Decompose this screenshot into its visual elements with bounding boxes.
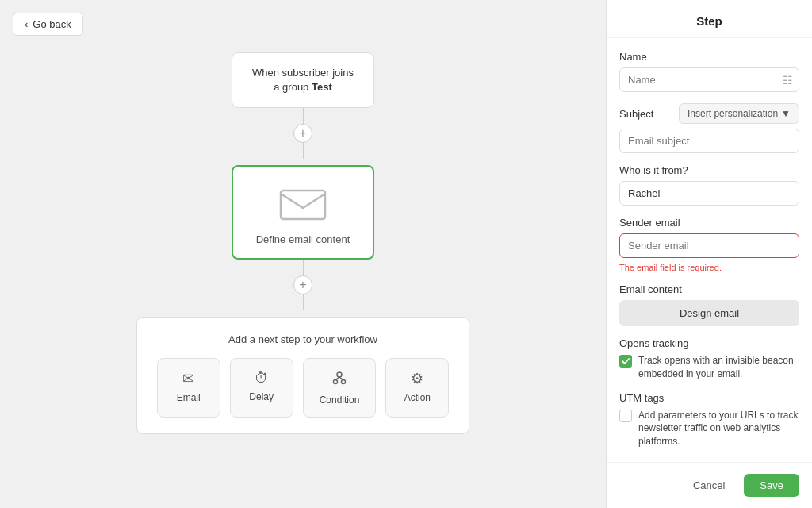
name-field-group: Name ☷	[619, 51, 799, 92]
utm-tags-checkbox-row: Add parameters to your URLs to track new…	[619, 409, 799, 448]
svg-point-2	[333, 380, 337, 384]
step-options-list: ✉ Email ⏱ Delay	[153, 358, 453, 418]
from-label: Who is it from?	[619, 164, 799, 176]
connector-line-1	[303, 108, 304, 124]
panel-content: Name ☷ Subject Insert personalization ▼ …	[607, 38, 812, 462]
utm-tags-checkbox[interactable]	[619, 410, 632, 422]
email-option-icon: ✉	[182, 370, 194, 387]
email-content-label: Email content	[619, 283, 799, 295]
utm-tags-group: UTM tags Add parameters to your URLs to …	[619, 392, 799, 448]
go-back-button[interactable]: ‹ Go back	[13, 13, 83, 36]
right-panel: Step Name ☷ Subject Insert personalizati…	[606, 0, 812, 508]
step-option-email[interactable]: ✉ Email	[157, 358, 220, 418]
panel-title: Step	[607, 0, 812, 38]
connector-line-4	[303, 294, 304, 310]
sender-email-error: The email field is required.	[619, 263, 799, 272]
go-back-label: Go back	[33, 18, 71, 30]
connector-line-3	[303, 260, 304, 275]
chevron-down-icon: ▼	[781, 108, 791, 119]
opens-tracking-group: Opens tracking Track opens with an invis…	[619, 337, 799, 381]
name-input[interactable]	[619, 67, 799, 92]
email-step-icon	[279, 186, 327, 224]
cancel-button[interactable]: Cancel	[682, 474, 736, 497]
opens-tracking-checkbox[interactable]	[619, 355, 632, 368]
email-content-field-group: Email content Design email	[619, 283, 799, 326]
connector-1: +	[293, 108, 312, 159]
from-input[interactable]	[619, 181, 799, 206]
sender-email-input[interactable]	[619, 233, 799, 258]
subject-field-group: Subject Insert personalization ▼	[619, 103, 799, 153]
email-step-box[interactable]: Define email content	[232, 165, 374, 260]
next-step-title: Add a next step to your workflow	[153, 333, 453, 345]
utm-tags-label: UTM tags	[619, 392, 799, 404]
condition-option-icon	[331, 370, 347, 390]
opens-tracking-label: Opens tracking	[619, 337, 799, 349]
trigger-group-name: Test	[312, 81, 332, 93]
name-input-wrapper: ☷	[619, 67, 799, 92]
subject-header-row: Subject Insert personalization ▼	[619, 103, 799, 124]
email-step-label: Define email content	[256, 233, 350, 245]
step-option-delay[interactable]: ⏱ Delay	[230, 358, 293, 418]
next-step-panel: Add a next step to your workflow ✉ Email…	[136, 317, 469, 434]
add-step-button-1[interactable]: +	[293, 124, 312, 143]
step-option-condition[interactable]: Condition	[303, 358, 377, 418]
name-label: Name	[619, 51, 799, 63]
save-button[interactable]: Save	[744, 474, 799, 497]
svg-point-1	[337, 372, 342, 377]
subject-label: Subject	[619, 108, 653, 120]
subject-input[interactable]	[619, 129, 799, 153]
svg-point-3	[341, 380, 345, 384]
workflow-flow: When subscriber joins a group Test + Def…	[136, 52, 469, 434]
opens-tracking-checkbox-label: Track opens with an invisible beacon emb…	[638, 354, 799, 381]
trigger-box: When subscriber joins a group Test	[232, 52, 374, 108]
utm-tags-checkbox-label: Add parameters to your URLs to track new…	[638, 409, 799, 448]
step-option-action[interactable]: ⚙ Action	[385, 358, 449, 418]
design-email-button[interactable]: Design email	[619, 300, 799, 326]
from-field-group: Who is it from?	[619, 164, 799, 206]
action-option-icon: ⚙	[411, 370, 423, 387]
add-step-button-2[interactable]: +	[293, 275, 312, 294]
insert-personalization-button[interactable]: Insert personalization ▼	[679, 103, 799, 124]
delay-option-icon: ⏱	[255, 370, 269, 387]
svg-rect-0	[281, 190, 325, 219]
opens-tracking-checkbox-row: Track opens with an invisible beacon emb…	[619, 354, 799, 381]
connector-line-2	[303, 143, 304, 159]
name-field-icon: ☷	[783, 74, 793, 87]
connector-2: +	[293, 260, 312, 310]
email-option-label: Email	[177, 392, 201, 403]
action-option-label: Action	[404, 392, 431, 403]
panel-footer: Cancel Save	[607, 462, 812, 508]
chevron-left-icon: ‹	[25, 18, 28, 30]
personalization-label: Insert personalization	[688, 108, 778, 119]
sender-email-field-group: Sender email The email field is required…	[619, 217, 799, 272]
sender-email-label: Sender email	[619, 217, 799, 229]
trigger-text: When subscriber joins a group Test	[252, 67, 354, 93]
delay-option-label: Delay	[249, 391, 274, 402]
workflow-canvas: ‹ Go back When subscriber joins a group …	[0, 0, 606, 508]
condition-option-label: Condition	[320, 394, 360, 406]
